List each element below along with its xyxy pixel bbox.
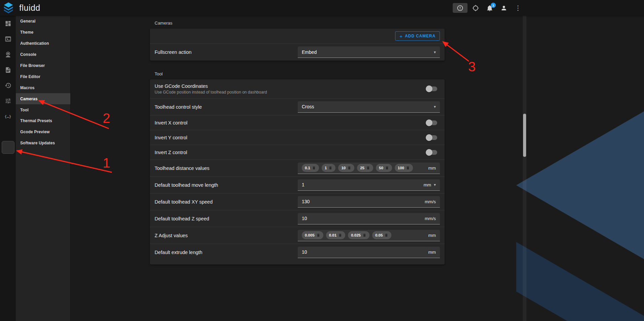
sidebar-item-software-updates[interactable]: Software Updates [16, 138, 70, 149]
tool-rows: Use GCode CoordinatesUse GCode position … [150, 79, 445, 264]
delete-icon[interactable] [328, 166, 332, 170]
delete-icon[interactable] [312, 166, 316, 170]
unit-suffix: mm [428, 250, 436, 255]
sidebar-item-file-browser[interactable]: File Browser [16, 60, 70, 71]
value-chip[interactable]: 100 [395, 164, 413, 172]
settings-row: Fullscreen actionEmbed▾ [150, 44, 445, 61]
sidebar-item-console[interactable]: Console [16, 49, 70, 60]
select-value: Embed [302, 49, 431, 55]
delete-icon[interactable] [347, 166, 351, 170]
user-button[interactable] [498, 2, 510, 14]
rail-item-configure[interactable]: {…} [0, 109, 16, 124]
sidebar-item-file-editor[interactable]: File Editor [16, 71, 70, 82]
app-menu-button[interactable]: ⋮ [512, 2, 524, 14]
scrollbar-track [523, 16, 526, 321]
chevron-down-icon[interactable]: ▾ [434, 182, 436, 187]
unit-suffix: mm/s [425, 199, 436, 204]
chip-value: 0.025 [351, 233, 361, 237]
console-icon [5, 36, 11, 42]
chips-z-adjust-values: 0.0050.010.0250.05mm [298, 230, 440, 241]
cameras-card-toolbar: + ADD CAMERA [150, 29, 445, 43]
unit-suffix: mm [423, 182, 431, 187]
sidebar-item-theme[interactable]: Theme [16, 27, 70, 38]
chip-value: 25 [360, 166, 364, 170]
toggle-switch-invert-z-control[interactable] [426, 149, 438, 156]
input-value: 10 [302, 216, 421, 221]
topbar: fluidd 1 ⋮ [0, 0, 644, 16]
nav-rail: {…} [0, 16, 16, 321]
notification-badge: 1 [491, 3, 496, 8]
input-default-toolhead-xy-speed[interactable]: 130mm/s [298, 196, 440, 208]
delete-icon[interactable] [338, 233, 342, 237]
row-label: Default toolhead Z speed [155, 216, 298, 221]
value-chip[interactable]: 0.05 [372, 231, 391, 239]
rail-item-tune[interactable] [0, 93, 16, 109]
input-default-toolhead-z-speed[interactable]: 10mm/s [298, 213, 440, 224]
delete-icon[interactable] [366, 166, 370, 170]
value-chip[interactable]: 0.005 [302, 231, 323, 239]
row-label: Z Adjust values [155, 233, 298, 238]
tool-card: Use GCode CoordinatesUse GCode position … [150, 79, 445, 264]
sidebar-item-macros[interactable]: Macros [16, 82, 70, 93]
row-label: Toolhead control style [155, 104, 298, 110]
sidebar-item-thermal-presets[interactable]: Thermal Presets [16, 115, 70, 127]
locate-printer-button[interactable] [470, 2, 482, 14]
sidebar-item-tool[interactable]: Tool [16, 104, 70, 115]
toggle-switch-invert-y-control[interactable] [426, 134, 438, 141]
app-title: fluidd [19, 3, 40, 13]
delete-icon[interactable] [316, 233, 320, 237]
rail-item-files[interactable] [0, 62, 16, 78]
gear-icon [2, 141, 14, 154]
settings-row: Invert X control [150, 115, 445, 130]
delete-icon[interactable] [362, 233, 366, 237]
value-chip[interactable]: 0.1 [302, 164, 319, 172]
topbar-actions: 1 ⋮ [453, 0, 524, 16]
select-toolhead-control-style[interactable]: Cross▾ [298, 101, 440, 113]
fluidd-logo-icon[interactable] [3, 3, 13, 13]
device-icon [5, 129, 11, 135]
sidebar-item-cameras[interactable]: Cameras [16, 93, 70, 104]
input-default-extrude-length[interactable]: 10mm [298, 247, 440, 258]
add-camera-button[interactable]: + ADD CAMERA [395, 31, 440, 41]
delete-icon[interactable] [384, 233, 388, 237]
rail-item-settings[interactable] [0, 140, 16, 155]
add-camera-label: ADD CAMERA [405, 34, 436, 38]
rail-item-dashboard[interactable] [0, 16, 16, 31]
delete-icon[interactable] [406, 166, 410, 170]
toggle-switch-invert-x-control[interactable] [426, 119, 438, 126]
value-chip[interactable]: 0.025 [348, 231, 369, 239]
chip-value: 0.005 [305, 233, 315, 237]
camera-icon [5, 51, 11, 58]
tool-section-title: Tool [155, 71, 445, 76]
value-chip[interactable]: 0.01 [326, 231, 345, 239]
tune-icon [5, 98, 11, 104]
rail-item-console[interactable] [0, 31, 16, 47]
chip-value: 10 [341, 166, 346, 170]
value-chip[interactable]: 50 [376, 164, 392, 172]
row-label: Invert X control [155, 120, 298, 126]
rail-item-system[interactable] [0, 124, 16, 140]
sidebar-item-general[interactable]: General [16, 16, 70, 27]
scrollbar-thumb[interactable] [523, 114, 526, 157]
value-chip[interactable]: 25 [357, 164, 373, 172]
chevron-down-icon: ▾ [434, 104, 436, 109]
value-chip[interactable]: 10 [338, 164, 354, 172]
delete-icon[interactable] [385, 166, 389, 170]
toggle-switch-use-gcode-coordinates[interactable] [426, 85, 438, 92]
sidebar-item-authentication[interactable]: Authentication [16, 38, 70, 49]
settings-row: Default toolhead move length1mm▾ [150, 176, 445, 193]
emergency-stop-button[interactable] [453, 3, 468, 13]
chip-value: 50 [379, 166, 383, 170]
select-fullscreen-action[interactable]: Embed▾ [298, 46, 440, 58]
notifications-button[interactable]: 1 [484, 2, 496, 14]
settings-row: Use GCode CoordinatesUse GCode position … [150, 79, 445, 98]
fluidd-watermark-logo [498, 93, 644, 321]
row-label: Default toolhead XY speed [155, 199, 298, 205]
value-chip[interactable]: 1 [322, 164, 335, 172]
sidebar-item-gcode-preview[interactable]: Gcode Preview [16, 127, 70, 138]
rail-item-camera[interactable] [0, 47, 16, 62]
unit-suffix: mm [428, 233, 436, 238]
rail-item-history[interactable] [0, 78, 16, 93]
input-default-toolhead-move-length[interactable]: 1mm▾ [298, 179, 440, 191]
unit-suffix: mm/s [425, 216, 436, 221]
